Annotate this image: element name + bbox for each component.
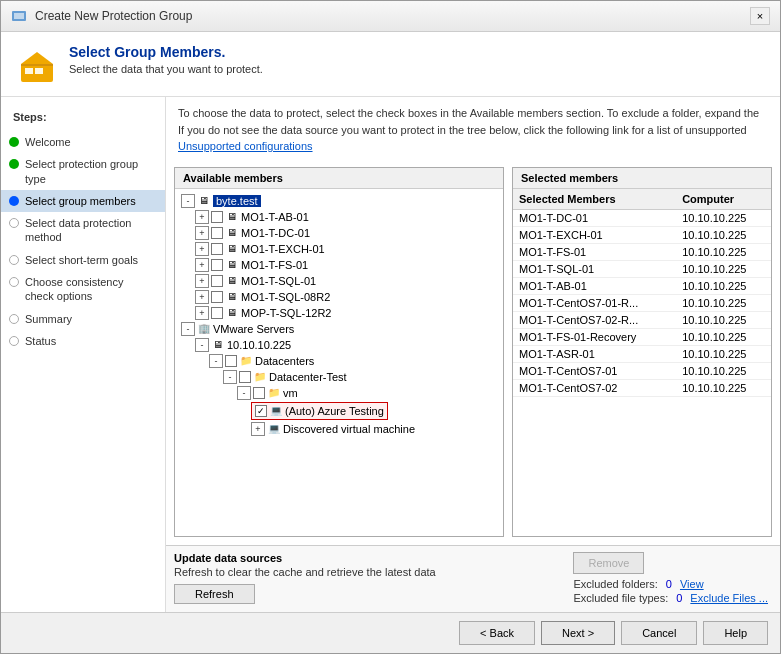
checkbox[interactable] — [211, 243, 223, 255]
tree-label: (Auto) Azure Testing — [285, 405, 384, 417]
expand-icon[interactable]: - — [209, 354, 223, 368]
sidebar-item-status[interactable]: Status — [1, 330, 165, 352]
header-title: Select Group Members. — [69, 44, 263, 60]
svg-rect-4 — [35, 68, 43, 74]
expand-icon[interactable]: + — [195, 242, 209, 256]
checkbox[interactable] — [211, 227, 223, 239]
excluded-section: Excluded folders: 0 View Excluded file t… — [573, 578, 768, 606]
table-row[interactable]: MO1-T-SQL-0110.10.10.225 — [513, 260, 771, 277]
dot-icon — [9, 336, 19, 346]
server-icon: 🖥 — [225, 210, 239, 224]
computer-cell: 10.10.10.225 — [676, 311, 771, 328]
table-row[interactable]: MO1-T-CentOS7-01-R...10.10.10.225 — [513, 294, 771, 311]
tree-label: Discovered virtual machine — [283, 423, 415, 435]
table-row[interactable]: MO1-T-FS-0110.10.10.225 — [513, 243, 771, 260]
tree-item-sql12r2[interactable]: + 🖥 MOP-T-SQL-12R2 — [179, 305, 499, 321]
checkbox[interactable] — [211, 307, 223, 319]
tree-item-azure[interactable]: ✓ 💻 (Auto) Azure Testing — [179, 401, 499, 421]
tree-label: MO1-T-SQL-08R2 — [241, 291, 330, 303]
view-link[interactable]: View — [680, 578, 704, 590]
cancel-button[interactable]: Cancel — [621, 621, 697, 645]
sidebar-item-group-members[interactable]: Select group members — [1, 190, 165, 212]
tree-item-sql08r2[interactable]: + 🖥 MO1-T-SQL-08R2 — [179, 289, 499, 305]
sidebar-item-summary[interactable]: Summary — [1, 308, 165, 330]
checkbox[interactable] — [211, 259, 223, 271]
header-icon — [17, 44, 57, 84]
footer: < Back Next > Cancel Help — [1, 612, 780, 653]
dot-icon — [9, 159, 19, 169]
checkbox[interactable] — [211, 275, 223, 287]
unsupported-link[interactable]: Unsupported configurations — [178, 140, 313, 152]
table-row[interactable]: MO1-T-AB-0110.10.10.225 — [513, 277, 771, 294]
sidebar-label-consistency: Choose consistency check options — [25, 275, 153, 304]
sidebar-label-short-term: Select short-term goals — [25, 253, 138, 267]
table-row[interactable]: MO1-T-ASR-0110.10.10.225 — [513, 345, 771, 362]
tree-item-fs01[interactable]: + 🖥 MO1-T-FS-01 — [179, 257, 499, 273]
sidebar-item-welcome[interactable]: Welcome — [1, 131, 165, 153]
tree-item-datacenter-test[interactable]: - 📁 Datacenter-Test — [179, 369, 499, 385]
tree-item-bytetest[interactable]: - 🖥 byte.test — [179, 193, 499, 209]
expand-icon[interactable]: + — [251, 422, 265, 436]
server-icon: 🖥 — [225, 258, 239, 272]
vm-icon: 💻 — [267, 422, 281, 436]
checkbox[interactable]: ✓ — [255, 405, 267, 417]
expand-icon[interactable]: - — [237, 386, 251, 400]
expand-icon[interactable]: - — [223, 370, 237, 384]
expand-icon[interactable]: + — [195, 210, 209, 224]
tree-label: MO1-T-AB-01 — [241, 211, 309, 223]
checkbox[interactable] — [211, 211, 223, 223]
expand-icon[interactable]: + — [195, 258, 209, 272]
expand-icon[interactable]: + — [195, 226, 209, 240]
member-cell: MO1-T-CentOS7-01-R... — [513, 294, 676, 311]
tree-item-vmware[interactable]: - 🏢 VMware Servers — [179, 321, 499, 337]
tree-container[interactable]: - 🖥 byte.test + 🖥 MO1-T-AB-01 — [175, 189, 503, 537]
server-icon: 🖥 — [225, 290, 239, 304]
tree-item-dc01[interactable]: + 🖥 MO1-T-DC-01 — [179, 225, 499, 241]
exclude-files-link[interactable]: Exclude Files ... — [690, 592, 768, 604]
table-row[interactable]: MO1-T-CentOS7-0110.10.10.225 — [513, 362, 771, 379]
close-button[interactable]: × — [750, 7, 770, 25]
tree-item-ab01[interactable]: + 🖥 MO1-T-AB-01 — [179, 209, 499, 225]
tree-item-discovered[interactable]: + 💻 Discovered virtual machine — [179, 421, 499, 437]
refresh-button[interactable]: Refresh — [174, 584, 255, 604]
checkbox[interactable] — [225, 355, 237, 367]
checkbox[interactable] — [239, 371, 251, 383]
table-row[interactable]: MO1-T-EXCH-0110.10.10.225 — [513, 226, 771, 243]
expand-icon[interactable]: + — [195, 290, 209, 304]
computer-cell: 10.10.10.225 — [676, 294, 771, 311]
expand-icon[interactable]: + — [195, 306, 209, 320]
member-cell: MO1-T-CentOS7-02 — [513, 379, 676, 396]
member-cell: MO1-T-DC-01 — [513, 209, 676, 226]
computer-cell: 10.10.10.225 — [676, 260, 771, 277]
tree-item-vm[interactable]: - 📁 vm — [179, 385, 499, 401]
next-button[interactable]: Next > — [541, 621, 615, 645]
table-row[interactable]: MO1-T-DC-0110.10.10.225 — [513, 209, 771, 226]
expand-icon[interactable]: + — [195, 274, 209, 288]
tree-item-ip[interactable]: - 🖥 10.10.10.225 — [179, 337, 499, 353]
sidebar-item-short-term[interactable]: Select short-term goals — [1, 249, 165, 271]
table-row[interactable]: MO1-T-CentOS7-0210.10.10.225 — [513, 379, 771, 396]
expand-icon[interactable]: - — [181, 194, 195, 208]
tree-item-exch01[interactable]: + 🖥 MO1-T-EXCH-01 — [179, 241, 499, 257]
folder-icon: 📁 — [253, 370, 267, 384]
expand-icon[interactable]: - — [195, 338, 209, 352]
checkbox[interactable] — [253, 387, 265, 399]
sidebar-item-protection-type[interactable]: Select protection group type — [1, 153, 165, 190]
table-row[interactable]: MO1-T-FS-01-Recovery10.10.10.225 — [513, 328, 771, 345]
update-title: Update data sources — [174, 552, 436, 564]
sidebar-item-consistency[interactable]: Choose consistency check options — [1, 271, 165, 308]
members-table[interactable]: Selected Members Computer MO1-T-DC-0110.… — [513, 189, 771, 537]
checkbox[interactable] — [211, 291, 223, 303]
tree-label: MO1-T-DC-01 — [241, 227, 310, 239]
back-button[interactable]: < Back — [459, 621, 535, 645]
member-cell: MO1-T-AB-01 — [513, 277, 676, 294]
remove-button[interactable]: Remove — [573, 552, 644, 574]
help-button[interactable]: Help — [703, 621, 768, 645]
tree-item-sql01[interactable]: + 🖥 MO1-T-SQL-01 — [179, 273, 499, 289]
expand-icon[interactable]: - — [181, 322, 195, 336]
member-cell: MO1-T-EXCH-01 — [513, 226, 676, 243]
member-cell: MO1-T-FS-01 — [513, 243, 676, 260]
tree-item-datacenters[interactable]: - 📁 Datacenters — [179, 353, 499, 369]
table-row[interactable]: MO1-T-CentOS7-02-R...10.10.10.225 — [513, 311, 771, 328]
sidebar-item-data-protection[interactable]: Select data protection method — [1, 212, 165, 249]
